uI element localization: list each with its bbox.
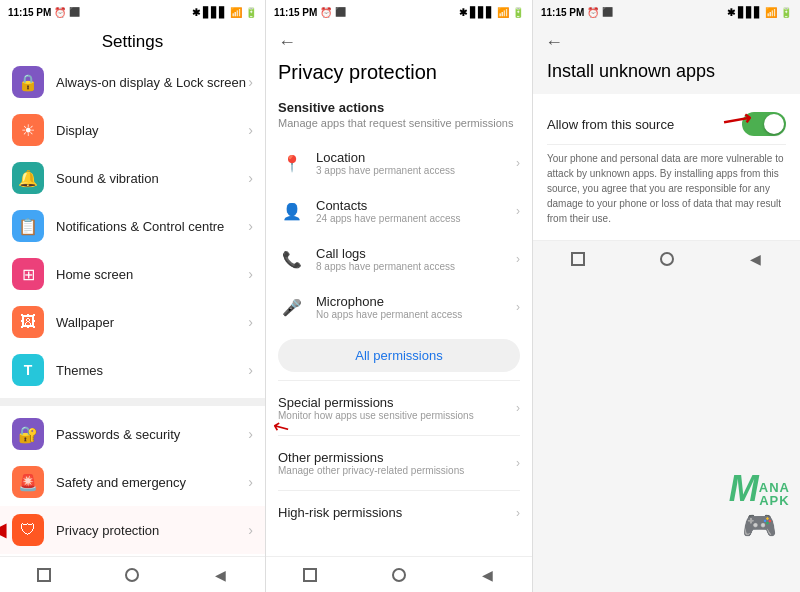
nav-circle-middle[interactable] [385, 565, 413, 585]
location-arrow: › [516, 156, 520, 170]
record-icon-r: ⬛ [602, 7, 613, 17]
settings-item-notifications[interactable]: 📋 Notifications & Control centre › [0, 202, 265, 250]
settings-item-safety[interactable]: 🚨 Safety and emergency › [0, 458, 265, 506]
square-icon-r [571, 252, 585, 266]
always-on-label: Always-on display & Lock screen [56, 75, 248, 90]
nav-square-middle[interactable] [296, 565, 324, 585]
all-permissions-button[interactable]: All permissions [278, 339, 520, 372]
settings-item-battery[interactable]: 🔋 Battery › [0, 554, 265, 556]
alarm-icon-m: ⏰ [320, 7, 332, 18]
status-bar-left: 11:15 PM ⏰ ⬛ ✱ ▋▋▋ 📶 🔋 [0, 0, 265, 24]
circle-icon-r [660, 252, 674, 266]
perm-item-location[interactable]: 📍 Location 3 apps have permanent access … [266, 139, 532, 187]
settings-item-wallpaper[interactable]: 🖼 Wallpaper › [0, 298, 265, 346]
special-perms-arrow: › [516, 401, 520, 415]
privacy-panel: 11:15 PM ⏰ ⬛ ✱ ▋▋▋ 📶 🔋 ← Privacy protect… [266, 0, 533, 592]
section-divider-2 [278, 435, 520, 436]
permissions-list: 📍 Location 3 apps have permanent access … [266, 139, 532, 331]
special-perms-title: Special permissions [278, 395, 516, 410]
status-time-left: 11:15 PM ⏰ ⬛ [8, 7, 80, 18]
arrow-icon: › [248, 474, 253, 490]
arrow-icon: › [248, 170, 253, 186]
triangle-icon: ◀ [215, 567, 226, 583]
privacy-label: Privacy protection [56, 523, 248, 538]
status-icons-left: ✱ ▋▋▋ 📶 🔋 [192, 7, 257, 18]
high-risk-title: High-risk permissions [278, 505, 516, 520]
square-icon-m [303, 568, 317, 582]
back-button-middle[interactable]: ← [278, 32, 296, 53]
notifications-label: Notifications & Control centre [56, 219, 248, 234]
settings-item-home[interactable]: ⊞ Home screen › [0, 250, 265, 298]
themes-label: Themes [56, 363, 248, 378]
always-on-icon: 🔒 [12, 66, 44, 98]
triangle-icon-r: ◀ [750, 251, 761, 267]
settings-item-themes[interactable]: T Themes › [0, 346, 265, 394]
settings-item-display[interactable]: ☀ Display › [0, 106, 265, 154]
settings-panel: 11:15 PM ⏰ ⬛ ✱ ▋▋▋ 📶 🔋 Settings 🔒 Always… [0, 0, 266, 592]
nav-bar-left: ◀ [0, 556, 265, 592]
back-button-right[interactable]: ← [545, 32, 563, 53]
perm-item-microphone[interactable]: 🎤 Microphone No apps have permanent acce… [266, 283, 532, 331]
high-risk-item[interactable]: High-risk permissions › [266, 495, 532, 530]
microphone-sub: No apps have permanent access [316, 309, 516, 320]
microphone-title: Microphone [316, 294, 516, 309]
calllogs-icon: 📞 [278, 245, 306, 273]
settings-item-privacy[interactable]: 🛡 Privacy protection › ◀ [0, 506, 265, 554]
location-sub: 3 apps have permanent access [316, 165, 516, 176]
safety-icon: 🚨 [12, 466, 44, 498]
watermark: M ANA APK 🎮 [729, 471, 790, 542]
calllogs-arrow: › [516, 252, 520, 266]
other-perms-arrow: › [516, 456, 520, 470]
allow-label: Allow from this source [547, 117, 674, 132]
special-permissions-item[interactable]: Special permissions Monitor how apps use… [266, 385, 532, 431]
privacy-arrow-indicator: ◀ [0, 519, 6, 541]
settings-item-always-on[interactable]: 🔒 Always-on display & Lock screen › [0, 58, 265, 106]
arrow-icon: › [248, 266, 253, 282]
circle-icon-m [392, 568, 406, 582]
nav-back-right[interactable]: ◀ [742, 249, 770, 269]
microphone-icon: 🎤 [278, 293, 306, 321]
install-warning-text: Your phone and personal data are more vu… [547, 144, 786, 230]
nav-circle-left[interactable] [118, 565, 146, 585]
record-icon: ⬛ [69, 7, 80, 17]
bluetooth-icon-m: ✱ [459, 7, 467, 18]
settings-list: 🔒 Always-on display & Lock screen › ☀ Di… [0, 58, 265, 556]
contacts-title: Contacts [316, 198, 516, 213]
perm-item-calllogs[interactable]: 📞 Call logs 8 apps have permanent access… [266, 235, 532, 283]
nav-circle-right[interactable] [653, 249, 681, 269]
display-label: Display [56, 123, 248, 138]
battery-icon: 🔋 [245, 7, 257, 18]
section-divider-1 [278, 380, 520, 381]
settings-item-passwords[interactable]: 🔐 Passwords & security › [0, 410, 265, 458]
nav-square-right[interactable] [564, 249, 592, 269]
passwords-icon: 🔐 [12, 418, 44, 450]
privacy-icon: 🛡 [12, 514, 44, 546]
watermark-controller-icon: 🎮 [729, 509, 790, 542]
settings-item-sound[interactable]: 🔔 Sound & vibration › [0, 154, 265, 202]
high-risk-arrow: › [516, 506, 520, 520]
nav-back-left[interactable]: ◀ [207, 565, 235, 585]
install-title: Install unknown apps [533, 57, 800, 94]
sensitive-actions-sub: Manage apps that request sensitive permi… [266, 117, 532, 135]
sound-label: Sound & vibration [56, 171, 248, 186]
home-icon: ⊞ [12, 258, 44, 290]
wallpaper-label: Wallpaper [56, 315, 248, 330]
nav-back-middle[interactable]: ◀ [474, 565, 502, 585]
settings-group-2: 🔐 Passwords & security › 🚨 Safety and em… [0, 410, 265, 556]
location-icon: 📍 [278, 149, 306, 177]
sensitive-actions-header: Sensitive actions [266, 92, 532, 117]
arrow-icon: › [248, 362, 253, 378]
themes-icon: T [12, 354, 44, 386]
perm-item-contacts[interactable]: 👤 Contacts 24 apps have permanent access… [266, 187, 532, 235]
wifi-icon-r: 📶 [765, 7, 777, 18]
settings-divider [0, 398, 265, 406]
privacy-header: ← [266, 24, 532, 57]
nav-square-left[interactable] [30, 565, 58, 585]
watermark-m: M [729, 471, 759, 507]
square-icon [37, 568, 51, 582]
other-permissions-item[interactable]: Other permissions Manage other privacy-r… [266, 440, 532, 486]
other-perms-sub: Manage other privacy-related permissions [278, 465, 516, 476]
passwords-label: Passwords & security [56, 427, 248, 442]
install-header: ← [533, 24, 800, 57]
arrow-icon: › [248, 122, 253, 138]
